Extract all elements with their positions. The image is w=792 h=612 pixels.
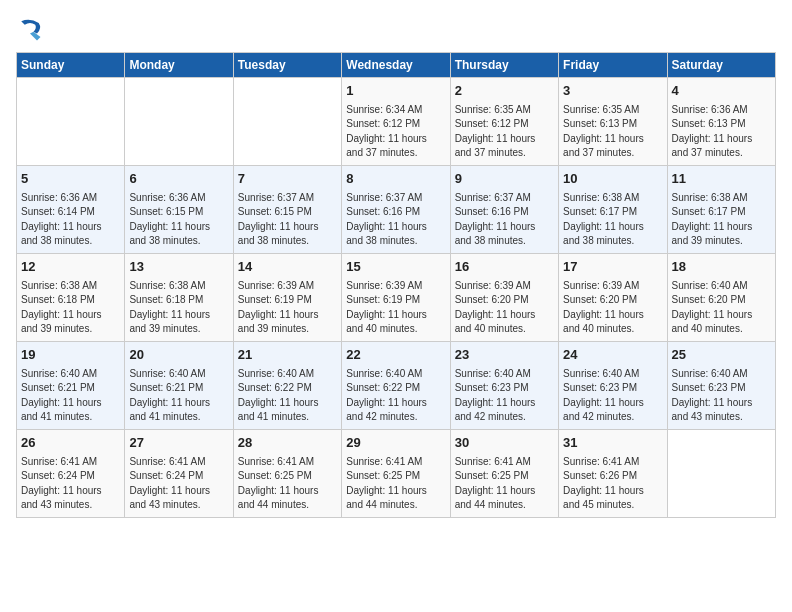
cell-info-line: and 37 minutes. [455, 146, 554, 161]
cell-info-line: and 40 minutes. [563, 322, 662, 337]
calendar-cell: 11Sunrise: 6:38 AMSunset: 6:17 PMDayligh… [667, 166, 775, 254]
day-number: 28 [238, 434, 337, 453]
cell-info-line: Daylight: 11 hours [346, 220, 445, 235]
calendar-cell: 24Sunrise: 6:40 AMSunset: 6:23 PMDayligh… [559, 342, 667, 430]
day-number: 30 [455, 434, 554, 453]
calendar-cell [125, 78, 233, 166]
calendar-cell: 4Sunrise: 6:36 AMSunset: 6:13 PMDaylight… [667, 78, 775, 166]
logo [16, 16, 48, 44]
cell-info-line: and 40 minutes. [672, 322, 771, 337]
cell-info-line: Daylight: 11 hours [563, 396, 662, 411]
cell-info-line: and 42 minutes. [346, 410, 445, 425]
cell-info-line: Sunrise: 6:35 AM [563, 103, 662, 118]
cell-info-line: Daylight: 11 hours [21, 220, 120, 235]
cell-info-line: and 41 minutes. [238, 410, 337, 425]
cell-info-line: Daylight: 11 hours [346, 484, 445, 499]
calendar-cell: 25Sunrise: 6:40 AMSunset: 6:23 PMDayligh… [667, 342, 775, 430]
cell-info-line: Sunset: 6:23 PM [563, 381, 662, 396]
cell-info-line: and 38 minutes. [346, 234, 445, 249]
cell-info-line: and 43 minutes. [21, 498, 120, 513]
calendar-cell: 28Sunrise: 6:41 AMSunset: 6:25 PMDayligh… [233, 430, 341, 518]
calendar-cell: 17Sunrise: 6:39 AMSunset: 6:20 PMDayligh… [559, 254, 667, 342]
day-number: 21 [238, 346, 337, 365]
day-number: 11 [672, 170, 771, 189]
cell-info-line: and 39 minutes. [129, 322, 228, 337]
day-number: 22 [346, 346, 445, 365]
day-number: 6 [129, 170, 228, 189]
cell-info-line: Sunrise: 6:40 AM [129, 367, 228, 382]
cell-info-line: Daylight: 11 hours [672, 308, 771, 323]
calendar-cell: 10Sunrise: 6:38 AMSunset: 6:17 PMDayligh… [559, 166, 667, 254]
cell-info-line: and 42 minutes. [563, 410, 662, 425]
cell-info-line: Sunset: 6:20 PM [563, 293, 662, 308]
cell-info-line: Daylight: 11 hours [129, 308, 228, 323]
calendar-cell [667, 430, 775, 518]
calendar-cell: 31Sunrise: 6:41 AMSunset: 6:26 PMDayligh… [559, 430, 667, 518]
cell-info-line: Daylight: 11 hours [21, 484, 120, 499]
cell-info-line: Sunset: 6:13 PM [672, 117, 771, 132]
cell-info-line: Sunset: 6:16 PM [346, 205, 445, 220]
cell-info-line: Sunrise: 6:41 AM [129, 455, 228, 470]
day-number: 7 [238, 170, 337, 189]
weekday-header-monday: Monday [125, 53, 233, 78]
cell-info-line: Sunset: 6:13 PM [563, 117, 662, 132]
calendar-cell: 1Sunrise: 6:34 AMSunset: 6:12 PMDaylight… [342, 78, 450, 166]
day-number: 4 [672, 82, 771, 101]
calendar-cell: 6Sunrise: 6:36 AMSunset: 6:15 PMDaylight… [125, 166, 233, 254]
weekday-header-friday: Friday [559, 53, 667, 78]
calendar-cell: 12Sunrise: 6:38 AMSunset: 6:18 PMDayligh… [17, 254, 125, 342]
cell-info-line: and 37 minutes. [672, 146, 771, 161]
cell-info-line: Sunset: 6:16 PM [455, 205, 554, 220]
cell-info-line: Sunset: 6:15 PM [238, 205, 337, 220]
day-number: 19 [21, 346, 120, 365]
day-number: 13 [129, 258, 228, 277]
cell-info-line: and 44 minutes. [346, 498, 445, 513]
cell-info-line: Sunset: 6:23 PM [455, 381, 554, 396]
cell-info-line: Sunrise: 6:40 AM [563, 367, 662, 382]
cell-info-line: and 41 minutes. [21, 410, 120, 425]
cell-info-line: and 37 minutes. [346, 146, 445, 161]
day-number: 3 [563, 82, 662, 101]
cell-info-line: Daylight: 11 hours [672, 220, 771, 235]
cell-info-line: Daylight: 11 hours [129, 396, 228, 411]
calendar-cell: 3Sunrise: 6:35 AMSunset: 6:13 PMDaylight… [559, 78, 667, 166]
calendar-cell: 21Sunrise: 6:40 AMSunset: 6:22 PMDayligh… [233, 342, 341, 430]
cell-info-line: Sunset: 6:21 PM [21, 381, 120, 396]
cell-info-line: Daylight: 11 hours [563, 484, 662, 499]
cell-info-line: Daylight: 11 hours [672, 396, 771, 411]
logo-icon [16, 16, 44, 44]
page-header [16, 16, 776, 44]
day-number: 14 [238, 258, 337, 277]
cell-info-line: Sunset: 6:17 PM [563, 205, 662, 220]
cell-info-line: Daylight: 11 hours [129, 220, 228, 235]
day-number: 27 [129, 434, 228, 453]
cell-info-line: Sunset: 6:12 PM [455, 117, 554, 132]
day-number: 10 [563, 170, 662, 189]
cell-info-line: and 38 minutes. [455, 234, 554, 249]
cell-info-line: Daylight: 11 hours [21, 396, 120, 411]
cell-info-line: Daylight: 11 hours [346, 132, 445, 147]
calendar-cell: 9Sunrise: 6:37 AMSunset: 6:16 PMDaylight… [450, 166, 558, 254]
cell-info-line: Sunset: 6:21 PM [129, 381, 228, 396]
cell-info-line: Sunrise: 6:40 AM [346, 367, 445, 382]
cell-info-line: Sunrise: 6:38 AM [563, 191, 662, 206]
weekday-header-thursday: Thursday [450, 53, 558, 78]
cell-info-line: Sunrise: 6:40 AM [455, 367, 554, 382]
cell-info-line: Daylight: 11 hours [455, 484, 554, 499]
cell-info-line: Sunset: 6:15 PM [129, 205, 228, 220]
cell-info-line: Daylight: 11 hours [455, 220, 554, 235]
weekday-header-sunday: Sunday [17, 53, 125, 78]
cell-info-line: Sunset: 6:14 PM [21, 205, 120, 220]
cell-info-line: Sunrise: 6:37 AM [455, 191, 554, 206]
calendar-cell: 8Sunrise: 6:37 AMSunset: 6:16 PMDaylight… [342, 166, 450, 254]
day-number: 17 [563, 258, 662, 277]
cell-info-line: and 44 minutes. [238, 498, 337, 513]
cell-info-line: and 40 minutes. [455, 322, 554, 337]
cell-info-line: and 39 minutes. [672, 234, 771, 249]
calendar-cell: 16Sunrise: 6:39 AMSunset: 6:20 PMDayligh… [450, 254, 558, 342]
cell-info-line: Sunset: 6:17 PM [672, 205, 771, 220]
cell-info-line: Sunrise: 6:40 AM [672, 279, 771, 294]
calendar-cell: 26Sunrise: 6:41 AMSunset: 6:24 PMDayligh… [17, 430, 125, 518]
day-number: 20 [129, 346, 228, 365]
calendar-cell: 14Sunrise: 6:39 AMSunset: 6:19 PMDayligh… [233, 254, 341, 342]
